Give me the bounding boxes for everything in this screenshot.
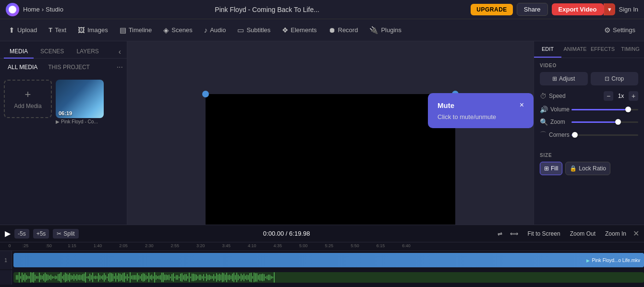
adjust-button[interactable]: ⊞ Adjust bbox=[540, 72, 588, 85]
zoom-control: 🔍 Zoom bbox=[540, 118, 638, 126]
waveform-bar bbox=[150, 275, 151, 279]
ruler-mark: 5:25 bbox=[316, 242, 342, 251]
sidebar-tab-layers[interactable]: LAYERS bbox=[71, 45, 104, 59]
skip-back-button[interactable]: -5s bbox=[14, 229, 29, 239]
waveform-bar bbox=[232, 274, 233, 281]
nav-right: UPGRADE Share Export Video ▾ Sign In bbox=[471, 3, 638, 16]
crop-button[interactable]: ⊡ Crop bbox=[591, 72, 639, 85]
panel-tab-effects[interactable]: EFFECTS bbox=[589, 41, 617, 58]
add-media-button[interactable]: + Add Media bbox=[4, 80, 52, 118]
waveform-bar bbox=[236, 273, 237, 282]
zoom-in-button[interactable]: Zoom In bbox=[602, 229, 629, 239]
split-button[interactable]: ✂ Split bbox=[53, 229, 78, 239]
waveform-bar bbox=[122, 273, 123, 282]
waveform-bar bbox=[228, 275, 229, 279]
zoom-thumb[interactable] bbox=[615, 119, 621, 125]
video-canvas[interactable] bbox=[206, 94, 455, 235]
toolbar-item-scenes[interactable]: ◈ Scenes bbox=[158, 24, 197, 37]
waveform-bar bbox=[213, 274, 214, 280]
playhead-snap-button[interactable]: ⇌ bbox=[495, 229, 505, 239]
timeline-close-button[interactable]: ✕ bbox=[633, 229, 639, 238]
thumb-type-icon: ▶ bbox=[56, 119, 60, 124]
track-content[interactable]: ▶ Pink Floyd...o Life.mkv bbox=[13, 253, 644, 267]
toolbar-item-record[interactable]: ⏺ Record bbox=[324, 24, 363, 36]
panel-tab-timing[interactable]: TIMING bbox=[617, 41, 644, 58]
handle-top-left[interactable] bbox=[202, 91, 209, 97]
volume-thumb[interactable] bbox=[625, 107, 631, 112]
canvas-wrapper: ⊕ bbox=[206, 94, 455, 235]
track-clip[interactable]: ▶ Pink Floyd...o Life.mkv bbox=[13, 253, 644, 267]
fit-to-screen-button[interactable]: Fit to Screen bbox=[525, 229, 563, 239]
waveform-bar bbox=[50, 275, 51, 281]
zoom-slider[interactable] bbox=[571, 121, 638, 123]
toolbar-item-settings[interactable]: ⚙ Settings bbox=[599, 24, 640, 37]
corners-thumb[interactable] bbox=[572, 132, 578, 138]
waveform-bar bbox=[79, 275, 80, 281]
ruler-mark: 4:35 bbox=[265, 242, 291, 251]
share-button[interactable]: Share bbox=[517, 3, 548, 16]
toolbar-item-text[interactable]: T Text bbox=[44, 24, 71, 36]
upload-icon: ⬆ bbox=[9, 26, 15, 35]
waveform-bar bbox=[268, 275, 269, 281]
ruler-mark: 5:50 bbox=[342, 242, 368, 251]
waveform-bar bbox=[167, 275, 168, 280]
sidebar-tab-media[interactable]: MEDIA bbox=[4, 45, 34, 59]
play-button[interactable]: ▶ bbox=[5, 229, 11, 238]
waveform-bar bbox=[88, 276, 89, 278]
adjust-icon: ⊞ bbox=[552, 75, 557, 82]
waveform-bar bbox=[62, 276, 63, 278]
settings-icon: ⚙ bbox=[604, 26, 610, 35]
zoom-label-text: Zoom bbox=[550, 119, 565, 125]
toolbar-item-plugins[interactable]: 🔌 Plugins bbox=[365, 24, 406, 37]
time-total: 6:19.98 bbox=[289, 230, 310, 237]
audio-icon: ♪ bbox=[204, 26, 208, 34]
export-dropdown-button[interactable]: ▾ bbox=[604, 3, 615, 15]
volume-slider[interactable] bbox=[571, 109, 638, 110]
skip-forward-button[interactable]: +5s bbox=[33, 229, 49, 239]
mute-close-button[interactable]: × bbox=[520, 101, 524, 109]
waveform-bar bbox=[197, 276, 198, 279]
filter-more-button[interactable]: ··· bbox=[117, 63, 123, 72]
toolbar-item-timeline[interactable]: ▤ Timeline bbox=[115, 24, 157, 37]
list-item[interactable]: 06:19 ▶ Pink Floyd - Co... bbox=[56, 80, 104, 124]
filter-all-media[interactable]: ALL MEDIA bbox=[4, 62, 41, 72]
waveform-bar bbox=[261, 274, 262, 280]
waveform-bar bbox=[202, 276, 203, 279]
waveform-bar bbox=[173, 273, 174, 282]
panel-tab-edit[interactable]: EDIT bbox=[534, 41, 561, 58]
export-button[interactable]: Export Video bbox=[552, 3, 604, 15]
fill-button[interactable]: ⊞ Fill bbox=[540, 162, 562, 175]
sidebar-tab-scenes[interactable]: SCENES bbox=[35, 45, 70, 59]
toolbar-item-subtitles[interactable]: ▭ Subtitles bbox=[232, 24, 275, 37]
breadcrumb-home[interactable]: Home bbox=[23, 6, 40, 13]
upgrade-button[interactable]: UPGRADE bbox=[471, 4, 513, 15]
volume-control: 🔊 Volume bbox=[540, 106, 638, 113]
waveform-bar bbox=[137, 273, 138, 282]
toolbar-label-upload: Upload bbox=[17, 26, 37, 34]
waveform-bar bbox=[16, 275, 17, 280]
panel-tab-animate[interactable]: ANIMATE bbox=[561, 41, 589, 58]
lock-ratio-button[interactable]: 🔒 Lock Ratio bbox=[565, 162, 610, 175]
toolbar-item-upload[interactable]: ⬆ Upload bbox=[4, 24, 42, 37]
filter-this-project[interactable]: THIS PROJECT bbox=[44, 62, 94, 72]
waveform-bar bbox=[239, 276, 240, 279]
toolbar-item-elements[interactable]: ❖ Elements bbox=[277, 24, 321, 37]
speed-increase-button[interactable]: + bbox=[629, 91, 638, 101]
timeline-area: ▶ -5s +5s ✂ Split 0:00.00 / 6:19.98 ⇌ ⟺ … bbox=[0, 225, 644, 287]
waveform-bar bbox=[20, 276, 21, 279]
media-thumbnail[interactable]: 06:19 bbox=[56, 80, 104, 118]
waveform-bar bbox=[148, 273, 149, 282]
zoom-out-button[interactable]: Zoom Out bbox=[567, 229, 598, 239]
toolbar-item-audio[interactable]: ♪ Audio bbox=[199, 24, 231, 36]
waveform-bar bbox=[223, 273, 224, 282]
waveform-bar bbox=[246, 275, 247, 280]
corners-slider[interactable] bbox=[571, 134, 638, 136]
waveform-bar bbox=[271, 276, 272, 279]
playhead-align-button[interactable]: ⟺ bbox=[507, 229, 521, 239]
signin-button[interactable]: Sign In bbox=[619, 6, 638, 13]
speed-decrease-button[interactable]: − bbox=[604, 91, 613, 101]
track-number: 1 bbox=[0, 251, 12, 269]
waveform-bar bbox=[133, 275, 134, 279]
sidebar-collapse-button[interactable]: ‹ bbox=[117, 46, 123, 58]
toolbar-item-images[interactable]: 🖼 Images bbox=[73, 24, 113, 36]
